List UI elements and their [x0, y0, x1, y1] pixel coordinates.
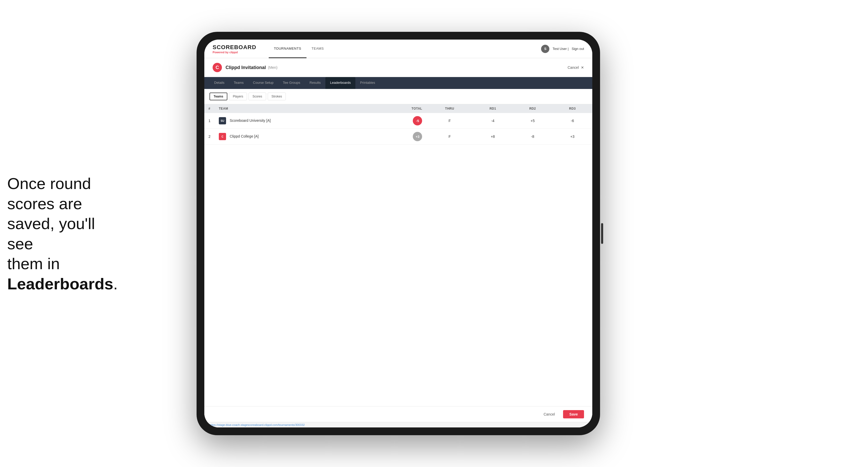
col-rd2: RD2	[513, 104, 553, 113]
row2-total: +3	[376, 129, 426, 145]
leaderboard-table: # TEAM TOTAL THRU RD1 RD2 RD3 1	[204, 104, 592, 145]
left-text-line2: scores are	[7, 194, 82, 212]
tournament-title: Clippd Invitational	[225, 65, 266, 70]
cancel-label: Cancel	[567, 65, 579, 69]
row2-team-logo: C	[219, 133, 226, 140]
row1-rd2: +5	[513, 113, 553, 129]
tab-results[interactable]: Results	[305, 77, 326, 89]
user-avatar: S	[541, 45, 549, 53]
row2-thru: F	[426, 129, 473, 145]
row2-score-badge: +3	[413, 132, 422, 141]
tab-leaderboards[interactable]: Leaderboards	[326, 77, 355, 89]
table-row: 1 SU Scoreboard University [A] -5 F -4	[204, 113, 592, 129]
subtab-area: Teams Players Scores Strokes	[204, 89, 592, 104]
user-name: Test User |	[553, 47, 568, 51]
row2-team-name: Clippd College [A]	[230, 134, 259, 138]
col-rd3: RD3	[553, 104, 592, 113]
left-text-line3: saved, you'll see	[7, 215, 95, 253]
sign-out-link[interactable]: Sign out	[571, 47, 584, 51]
close-icon: ✕	[581, 65, 584, 69]
subtab-scores[interactable]: Scores	[249, 93, 266, 100]
logo-area: SCOREBOARD Powered by clippd	[213, 44, 256, 54]
row1-team: SU Scoreboard University [A]	[215, 113, 376, 129]
table-header-row: # TEAM TOTAL THRU RD1 RD2 RD3	[204, 104, 592, 113]
row1-team-name: Scoreboard University [A]	[230, 118, 271, 123]
top-navigation: SCOREBOARD Powered by clippd TOURNAMENTS…	[204, 39, 592, 58]
nav-teams[interactable]: TEAMS	[307, 39, 329, 58]
col-rank: #	[204, 104, 215, 113]
table-row: 2 C Clippd College [A] +3 F +8	[204, 129, 592, 145]
row1-rd1: -4	[473, 113, 513, 129]
tab-printables[interactable]: Printables	[355, 77, 380, 89]
row2-rank: 2	[204, 129, 215, 145]
tablet: SCOREBOARD Powered by clippd TOURNAMENTS…	[196, 32, 600, 435]
left-description: Once round scores are saved, you'll see …	[7, 174, 103, 294]
row1-score-badge: -5	[413, 116, 422, 125]
bottom-bar: Cancel Save	[204, 406, 592, 422]
cancel-button[interactable]: Cancel	[538, 410, 560, 418]
row1-team-logo: SU	[219, 117, 226, 124]
left-text-bold: Leaderboards	[7, 275, 113, 292]
nav-tournaments[interactable]: TOURNAMENTS	[269, 39, 307, 58]
row2-team: C Clippd College [A]	[215, 129, 376, 145]
tournament-gender: (Men)	[268, 65, 278, 69]
logo-powered-by: Powered by clippd	[213, 51, 256, 54]
tab-details[interactable]: Details	[210, 77, 229, 89]
subtab-strokes[interactable]: Strokes	[268, 93, 286, 100]
tournament-header: C Clippd Invitational (Men) Cancel ✕	[204, 58, 592, 77]
subtab-teams[interactable]: Teams	[210, 93, 227, 100]
url-bar: https://stage-blue-coach.stagescoreaboar…	[204, 422, 592, 428]
leaderboard-table-container: # TEAM TOTAL THRU RD1 RD2 RD3 1	[204, 104, 592, 406]
subtab-players[interactable]: Players	[229, 93, 247, 100]
url-text: https://stage-blue-coach.stagescoreaboar…	[210, 423, 305, 427]
tournament-cancel-button[interactable]: Cancel ✕	[567, 65, 584, 69]
row2-rd1: +8	[473, 129, 513, 145]
col-team: TEAM	[215, 104, 376, 113]
row2-rd3: +3	[553, 129, 592, 145]
tablet-side-button	[601, 223, 603, 244]
left-text-line4: them in	[7, 255, 60, 273]
col-total: TOTAL	[376, 104, 426, 113]
left-text-line1: Once round	[7, 175, 91, 192]
tab-teams[interactable]: Teams	[229, 77, 248, 89]
left-text-suffix: .	[113, 275, 118, 292]
row2-rd2: -8	[513, 129, 553, 145]
tablet-outer: SCOREBOARD Powered by clippd TOURNAMENTS…	[196, 32, 600, 435]
col-thru: THRU	[426, 104, 473, 113]
row1-thru: F	[426, 113, 473, 129]
row1-total: -5	[376, 113, 426, 129]
row1-rd3: -6	[553, 113, 592, 129]
tournament-icon: C	[213, 63, 222, 72]
nav-right: S Test User | Sign out	[541, 45, 584, 53]
main-content: C Clippd Invitational (Men) Cancel ✕ Det…	[204, 58, 592, 428]
tab-tee-groups[interactable]: Tee Groups	[278, 77, 305, 89]
col-rd1: RD1	[473, 104, 513, 113]
nav-links: TOURNAMENTS TEAMS	[269, 39, 541, 58]
tablet-screen: SCOREBOARD Powered by clippd TOURNAMENTS…	[204, 39, 592, 428]
row1-rank: 1	[204, 113, 215, 129]
logo-text: SCOREBOARD	[213, 44, 256, 51]
save-button[interactable]: Save	[563, 410, 584, 418]
tab-navigation: Details Teams Course Setup Tee Groups Re…	[204, 77, 592, 89]
tab-course-setup[interactable]: Course Setup	[248, 77, 278, 89]
